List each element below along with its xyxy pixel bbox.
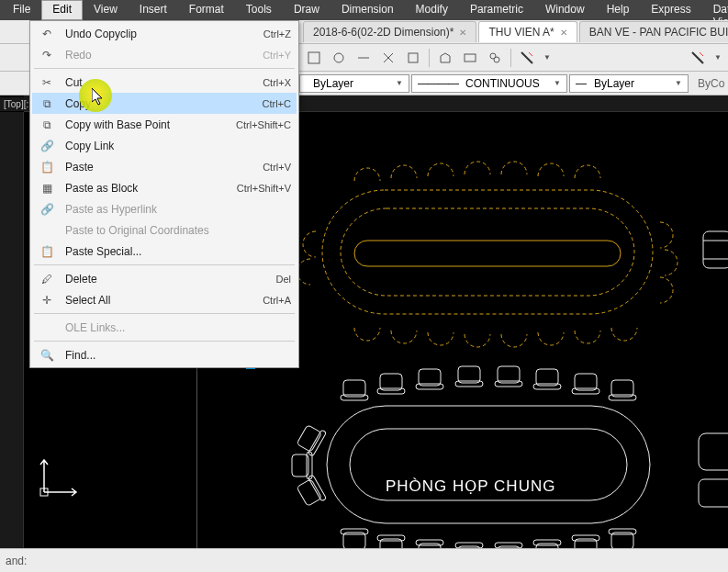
paste-special-icon: 📋: [38, 243, 56, 260]
menu-item-shortcut: Ctrl+V: [263, 162, 291, 173]
menu-item-shortcut: Ctrl+Z: [263, 28, 291, 39]
lineweight-preview: —: [576, 77, 587, 90]
svg-rect-47: [297, 479, 322, 507]
menu-item-shortcut: Ctrl+Shift+C: [236, 119, 291, 130]
menu-item-label: Paste to Original Coordinates: [65, 224, 282, 237]
close-icon[interactable]: ✕: [459, 28, 466, 38]
ucs-icon: [35, 455, 81, 504]
menu-view[interactable]: View: [83, 0, 129, 20]
blank-icon: [38, 320, 56, 336]
menu-item-label: Find...: [65, 349, 282, 362]
tool-btn[interactable]: [377, 47, 399, 69]
paste-link-icon: 🔗: [38, 201, 56, 218]
menu-edit[interactable]: Edit: [41, 0, 83, 20]
menu-item-cut[interactable]: ✂CutCtrl+X: [32, 72, 297, 93]
menu-item-shortcut: Ctrl+C: [263, 98, 291, 109]
menu-help[interactable]: Help: [596, 0, 641, 20]
copy-icon: ⧉: [38, 95, 56, 112]
chevron-down-icon: ▼: [396, 79, 403, 87]
menu-item-shortcut: Ctrl+A: [263, 295, 291, 306]
menu-draw[interactable]: Draw: [283, 0, 330, 20]
menu-item-label: Paste as Hyperlink: [65, 203, 282, 216]
tab-label: THU VIEN A*: [488, 26, 554, 39]
menu-item-redo: ↷RedoCtrl+Y: [32, 44, 297, 65]
menu-format[interactable]: Format: [178, 0, 235, 20]
tool-btn[interactable]: [484, 47, 506, 69]
status-text: and:: [6, 555, 27, 567]
menu-divider: [34, 341, 295, 342]
menu-divider: [34, 264, 295, 265]
svg-rect-13: [380, 374, 402, 390]
tool-btn-dropdown[interactable]: ▼: [541, 47, 554, 69]
linetype-dropdown[interactable]: ———— CONTINUOUS ▼: [411, 74, 567, 93]
tool-btn[interactable]: [516, 47, 538, 69]
tab-label: BAN VE - PAN PACIFIC BUILDING -: [589, 26, 728, 39]
menu-item-copy-with-base-point[interactable]: ⧉Copy with Base PointCtrl+Shift+C: [32, 114, 297, 135]
menu-item-shortcut: Del: [275, 274, 291, 285]
menu-express[interactable]: Express: [640, 0, 701, 20]
svg-rect-27: [343, 533, 365, 548]
menu-item-paste-as-block[interactable]: ▦Paste as BlockCtrl+Shift+V: [32, 177, 297, 198]
tool-btn-dropdown[interactable]: ▼: [711, 47, 724, 69]
menu-modify[interactable]: Modify: [405, 0, 459, 20]
svg-rect-2: [409, 53, 418, 62]
menu-dimension[interactable]: Dimension: [330, 0, 405, 20]
menu-item-label: Copy with Base Point: [65, 118, 227, 131]
menu-item-paste-special[interactable]: 📋Paste Special...: [32, 241, 297, 262]
menu-item-label: OLE Links...: [65, 321, 282, 334]
menu-item-shortcut: Ctrl+X: [263, 77, 291, 88]
menubar: FileEditViewInsertFormatToolsDrawDimensi…: [0, 0, 728, 20]
menu-item-select-all[interactable]: ✛Select AllCtrl+A: [32, 289, 297, 310]
document-tab[interactable]: 2018-6-6(02-2D Dimension)*✕: [303, 21, 476, 42]
menu-item-label: Copy: [65, 97, 253, 110]
tool-btn[interactable]: [687, 47, 709, 69]
view-label: [Top][:: [0, 97, 32, 111]
svg-rect-17: [458, 366, 480, 383]
menu-item-paste-as-hyperlink: 🔗Paste as Hyperlink: [32, 198, 297, 219]
svg-rect-3: [465, 54, 476, 62]
svg-point-5: [494, 57, 499, 62]
delete-icon: 🖊: [38, 271, 56, 287]
redo-icon: ↷: [38, 47, 56, 63]
tool-btn[interactable]: [353, 47, 375, 69]
menu-item-label: Paste: [65, 161, 253, 174]
tool-btn[interactable]: [303, 47, 325, 69]
room-label: PHÒNG HỌP CHUNG: [386, 477, 555, 496]
close-icon[interactable]: ✕: [560, 28, 567, 38]
svg-rect-21: [536, 369, 558, 386]
menu-window[interactable]: Window: [534, 0, 596, 20]
menu-item-undo-copyclip[interactable]: ↶Undo CopyclipCtrl+Z: [32, 23, 297, 44]
menu-item-label: Redo: [65, 49, 253, 62]
color-dropdown[interactable]: ByLayer ▼: [299, 74, 409, 93]
menu-tools[interactable]: Tools: [235, 0, 283, 20]
tool-btn[interactable]: [434, 47, 456, 69]
svg-rect-7: [341, 208, 634, 296]
menu-insert[interactable]: Insert: [129, 0, 178, 20]
tool-btn[interactable]: [402, 47, 424, 69]
menu-parametric[interactable]: Parametric: [459, 0, 534, 20]
document-tab[interactable]: BAN VE - PAN PACIFIC BUILDING -✕: [579, 21, 728, 42]
edit-menu: ↶Undo CopyclipCtrl+Z↷RedoCtrl+Y✂CutCtrl+…: [29, 20, 299, 368]
lineweight-dropdown[interactable]: — ByLayer ▼: [569, 74, 689, 93]
menu-item-label: Copy Link: [65, 140, 282, 152]
menu-item-paste-to-original-coordinates: Paste to Original Coordinates: [32, 219, 297, 241]
cut-icon: ✂: [38, 74, 56, 91]
linetype-label: CONTINUOUS: [465, 77, 540, 90]
svg-rect-9: [327, 406, 650, 523]
svg-rect-15: [419, 369, 441, 386]
linetype-preview: ————: [418, 77, 458, 90]
svg-point-1: [334, 53, 343, 62]
menu-item-delete[interactable]: 🖊DeleteDel: [32, 268, 297, 289]
document-tab[interactable]: THU VIEN A*✕: [478, 21, 577, 42]
menu-file[interactable]: File: [2, 0, 41, 20]
tool-btn[interactable]: [459, 47, 481, 69]
menu-item-copy-link[interactable]: 🔗Copy Link: [32, 135, 297, 156]
menu-data-view[interactable]: Data View: [702, 0, 728, 20]
menu-item-paste[interactable]: 📋PasteCtrl+V: [32, 156, 297, 177]
menu-item-find[interactable]: 🔍Find...: [32, 344, 297, 365]
tab-label: 2018-6-6(02-2D Dimension)*: [313, 26, 454, 39]
menu-item-label: Cut: [65, 76, 253, 89]
tool-btn[interactable]: [328, 47, 350, 69]
menu-item-copy[interactable]: ⧉CopyCtrl+C: [32, 93, 297, 114]
menu-item-label: Paste as Block: [65, 182, 228, 195]
